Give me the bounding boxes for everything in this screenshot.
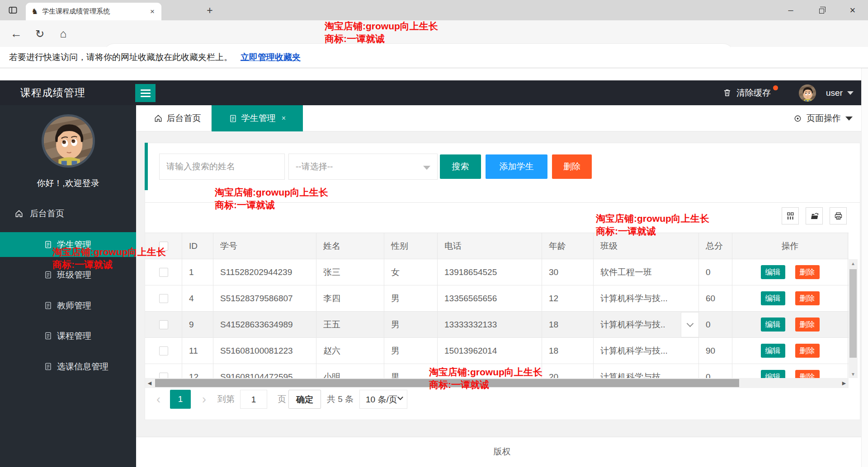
class-filter-select[interactable]: --请选择--	[288, 154, 438, 180]
search-name-input[interactable]: 请输入搜索的姓名	[159, 154, 285, 180]
window-minimize-button[interactable]: –	[778, 0, 803, 20]
cell-phone: 13333332133	[438, 312, 542, 337]
delete-row-button[interactable]: 删除	[795, 344, 820, 358]
accent-bar	[145, 143, 148, 190]
row-checkbox[interactable]	[159, 320, 168, 329]
delete-row-button[interactable]: 删除	[795, 291, 820, 305]
watermark: 淘宝店铺:growup向上生长商标:一谭就诚	[429, 366, 542, 391]
cell-student-no: S41528633634989	[213, 312, 316, 337]
clear-cache-button[interactable]: 清除缓存	[722, 87, 778, 99]
vertical-scroll-thumb[interactable]	[849, 269, 857, 358]
sidebar-toggle-button[interactable]	[135, 84, 156, 102]
row-checkbox[interactable]	[159, 346, 168, 355]
add-student-button[interactable]: 添加学生	[486, 154, 547, 179]
edit-button[interactable]: 编辑	[761, 344, 785, 358]
user-menu-caret-icon[interactable]	[847, 91, 854, 95]
username-label: user	[826, 88, 843, 98]
window-close-button[interactable]: ×	[840, 0, 865, 20]
watermark: 淘宝店铺:growup向上生长商标:一谭就诚	[325, 20, 438, 45]
cell-age: 30	[542, 259, 594, 285]
cell-gender: 男	[384, 285, 438, 311]
delete-button[interactable]: 删除	[552, 154, 592, 179]
table-vertical-scrollbar[interactable]: ▲ ▼	[849, 259, 858, 378]
scroll-down-icon[interactable]: ▼	[849, 370, 858, 378]
refresh-button[interactable]: ↻	[30, 20, 50, 47]
export-button[interactable]	[806, 207, 823, 224]
cell-phone: 15013962014	[438, 338, 542, 364]
cell-age: 18	[542, 312, 594, 337]
cell-name: 小明	[316, 364, 384, 378]
cell-id: 4	[182, 285, 213, 311]
app-header: 课程成绩管理 清除缓存 user	[0, 80, 868, 105]
cell-phone: 13356565656	[438, 285, 542, 311]
window-restore-button[interactable]	[809, 0, 834, 20]
document-icon	[44, 271, 52, 279]
cell-name: 张三	[316, 259, 384, 285]
delete-row-button[interactable]: 删除	[795, 265, 820, 279]
tab-label: 学生管理	[241, 112, 276, 124]
sidebar-item-course-mgmt[interactable]: 课程管理	[0, 323, 136, 348]
sidebar-item-enrollment-mgmt[interactable]: 选课信息管理	[0, 354, 136, 379]
tab-close-icon[interactable]: ×	[149, 7, 156, 16]
browser-tab[interactable]: ♞ 学生课程成绩管理系统 ×	[26, 3, 161, 20]
delete-row-button[interactable]: 删除	[795, 318, 820, 332]
class-edit-dropdown[interactable]	[681, 312, 699, 337]
delete-row-button[interactable]: 删除	[795, 370, 820, 378]
page-size-select[interactable]: 10 条/页	[359, 390, 407, 409]
scroll-right-icon[interactable]: ▶	[840, 378, 849, 388]
row-checkbox[interactable]	[159, 294, 168, 303]
scroll-up-icon[interactable]: ▲	[849, 259, 858, 267]
cell-class: 计算机科学与技...	[594, 285, 699, 311]
goto-page-input[interactable]: 1	[240, 390, 267, 409]
edit-button[interactable]: 编辑	[761, 370, 785, 378]
search-button[interactable]: 搜索	[440, 154, 481, 179]
prev-page-icon[interactable]: ‹	[156, 390, 160, 409]
confirm-page-button[interactable]: 确定	[288, 390, 321, 409]
chevron-down-icon	[397, 394, 403, 400]
filter-columns-button[interactable]	[782, 207, 799, 224]
manage-favorites-link[interactable]: 立即管理收藏夹	[241, 51, 301, 63]
user-avatar[interactable]	[799, 84, 816, 102]
scroll-left-icon[interactable]: ◀	[145, 378, 154, 388]
sidebar-item-label: 选课信息管理	[57, 361, 108, 373]
pagination: ‹ 1 › 到第 1 页 确定 共 5 条 10 条/页	[145, 390, 849, 411]
page-top-margin	[0, 68, 868, 80]
col-id: ID	[182, 233, 213, 259]
favorites-notification-bar: 若要进行快速访问，请将你的网址收藏放在此收藏夹栏上。 立即管理收藏夹	[0, 47, 868, 68]
edit-button[interactable]: 编辑	[761, 265, 785, 279]
document-icon	[229, 114, 237, 123]
new-tab-button[interactable]: +	[202, 4, 217, 17]
sidebar-item-teacher-mgmt[interactable]: 教师管理	[0, 293, 136, 318]
back-button[interactable]: ←	[6, 20, 26, 47]
current-page-button[interactable]: 1	[170, 390, 191, 409]
document-icon	[44, 240, 52, 249]
chevron-down-icon	[686, 320, 693, 327]
page-scrollbar-track[interactable]	[861, 68, 868, 467]
row-checkbox[interactable]	[159, 373, 168, 378]
footer: 版权	[136, 437, 868, 467]
browser-tab-title: 学生课程成绩管理系统	[42, 7, 145, 16]
cell-id: 9	[182, 312, 213, 337]
tab-student-mgmt-active[interactable]: 学生管理 ×	[212, 105, 303, 131]
home-button[interactable]: ⌂	[53, 20, 73, 47]
tab-backend-home[interactable]: 后台首页	[143, 105, 212, 131]
print-button[interactable]	[830, 207, 847, 224]
cell-phone: 13918654525	[438, 259, 542, 285]
tab-actions-icon[interactable]	[5, 3, 21, 17]
tab-close-icon[interactable]: ×	[282, 114, 286, 122]
browser-tabstrip: ♞ 学生课程成绩管理系统 × + – ×	[0, 0, 868, 20]
goto-suffix-label: 页	[278, 390, 286, 409]
sidebar: 你好！,欢迎登录 后台首页 学生管理 班级管理 教师管理 课程管理 选课信息管理	[0, 105, 136, 467]
table-body: 1 S11528202944239 张三 女 13918654525 30 软件…	[145, 259, 849, 378]
edit-button[interactable]: 编辑	[761, 318, 785, 332]
clear-cache-label: 清除缓存	[736, 87, 771, 99]
app-title: 课程成绩管理	[20, 80, 85, 105]
watermark: 淘宝店铺:growup向上生长商标:一谭就诚	[596, 212, 709, 238]
document-icon	[44, 332, 52, 340]
edit-button[interactable]: 编辑	[761, 291, 785, 305]
cell-id: 1	[182, 259, 213, 285]
sidebar-item-backend-home[interactable]: 后台首页	[0, 201, 136, 226]
next-page-icon[interactable]: ›	[202, 390, 206, 409]
cell-score: 0	[699, 364, 732, 378]
page-operations-dropdown[interactable]: 页面操作	[793, 105, 853, 131]
